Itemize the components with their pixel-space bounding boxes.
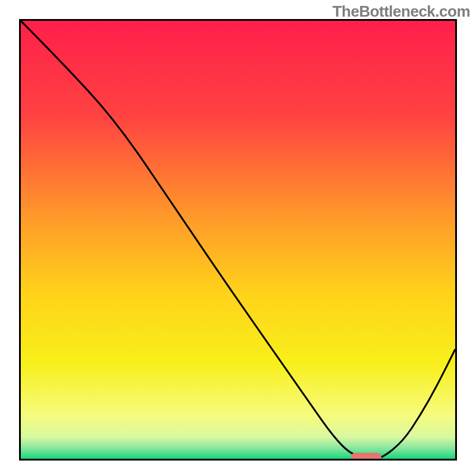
chart-frame: TheBottleneck.com [0,0,476,476]
plot-area [19,19,457,461]
watermark-label: TheBottleneck.com [333,2,470,21]
optimal-range-marker [351,453,381,461]
bottleneck-curve [21,21,455,459]
